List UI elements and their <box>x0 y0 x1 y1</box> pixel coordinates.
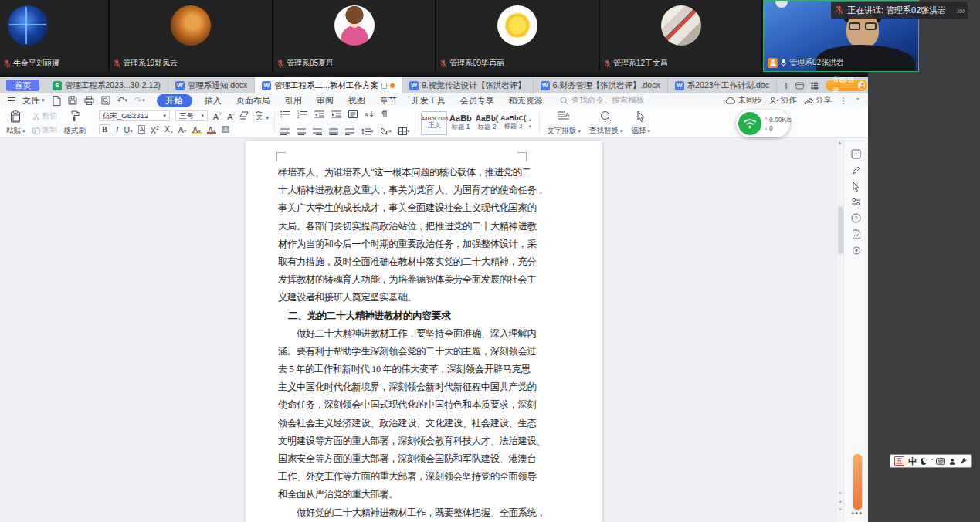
menu-tab-9[interactable]: 会员专享 <box>458 95 497 107</box>
login-button[interactable]: 立即登录 <box>826 80 867 91</box>
new-file-icon[interactable] <box>52 96 61 106</box>
shading-button[interactable]: ▾ <box>380 127 392 135</box>
align-left-icon[interactable] <box>280 128 290 135</box>
ink-pen-icon[interactable] <box>851 165 861 175</box>
bullet-list-icon[interactable] <box>280 110 290 118</box>
restore-button[interactable]: ❐ <box>894 80 906 90</box>
style-heading3[interactable]: AaBbC( 标题 3 <box>500 111 526 135</box>
align-center-icon[interactable] <box>297 128 306 135</box>
style-scroll-up-icon[interactable]: ▲ <box>527 117 532 122</box>
bold-button[interactable]: B <box>99 124 110 134</box>
collaborate-button[interactable]: 协作 <box>770 95 797 106</box>
phonetic-guide-button[interactable]: 文 ▾ <box>254 111 268 121</box>
home-button[interactable]: 首页 <box>6 80 39 91</box>
line-spacing-button[interactable]: ▾ <box>361 128 374 135</box>
menu-tab-6[interactable]: 视图 <box>346 95 368 107</box>
video-tile-3[interactable]: 管理系05夏丹 <box>273 0 435 72</box>
banner-collapse-icon[interactable]: »» <box>957 5 963 16</box>
ime-settings-wrench-icon[interactable] <box>960 457 967 465</box>
highlight-color-button[interactable]: A▾ <box>192 125 202 134</box>
text-layout-button[interactable]: A 文字排版▾ <box>545 109 582 137</box>
select-button[interactable]: 选择▾ <box>629 109 652 137</box>
print-preview-icon[interactable] <box>101 96 110 105</box>
redo-icon[interactable]: ↷▾ <box>134 95 145 106</box>
ime-keyboard-icon[interactable] <box>936 458 945 465</box>
find-replace-button[interactable]: 查找替换▾ <box>588 109 625 137</box>
paragraph-layout-icon[interactable] <box>348 110 358 118</box>
char-border-button[interactable]: A <box>138 125 145 134</box>
distribute-icon[interactable] <box>345 128 354 135</box>
video-tile-4[interactable]: 管理系09毕再丽 <box>436 0 599 72</box>
ime-fullwidth-icon[interactable] <box>921 458 927 465</box>
style-normal[interactable]: AaBbCcDd 正文 <box>421 111 447 135</box>
menu-tab-5[interactable]: 审阅 <box>314 95 336 107</box>
menu-tab-1[interactable]: 开始 <box>157 94 192 107</box>
previous-page-button[interactable]: « <box>839 491 842 496</box>
video-tile-5[interactable]: 管理系12王文昌 <box>600 0 761 72</box>
next-page-button[interactable]: « <box>839 507 842 511</box>
pin-icon[interactable] <box>381 83 387 89</box>
menu-tab-10[interactable]: 稻壳资源 <box>507 95 545 107</box>
increase-indent-icon[interactable] <box>331 110 341 118</box>
show-marks-icon[interactable] <box>381 110 388 118</box>
hamburger-icon[interactable] <box>8 97 15 103</box>
share-button[interactable]: 分享 <box>805 95 832 106</box>
paste-button[interactable]: 粘贴▾ <box>5 109 27 137</box>
menu-tab-7[interactable]: 章节 <box>378 95 399 107</box>
align-right-icon[interactable] <box>313 128 322 135</box>
file-menu[interactable]: 文件 ▾ <box>22 95 45 107</box>
clear-format-button[interactable] <box>239 111 249 121</box>
format-painter-button[interactable]: 格式刷 <box>63 109 88 137</box>
borders-button[interactable]: ▾ <box>398 127 410 135</box>
document-tab-5[interactable]: W6.财务管理【张洪岩评】.docx <box>534 77 668 93</box>
close-button[interactable]: ✕ <box>913 80 925 90</box>
decrease-indent-icon[interactable] <box>314 110 324 118</box>
document-check-icon[interactable] <box>852 229 861 239</box>
font-name-select[interactable]: 仿宋_GB2312▾ <box>99 110 170 121</box>
ime-wubi-icon[interactable]: 五 <box>894 456 904 466</box>
ime-user-icon[interactable] <box>949 458 955 465</box>
document-tab-1[interactable]: S管理工程系2023...30-2.12) <box>46 77 168 93</box>
document-tab-3[interactable]: W管理工程系二...教材工作方案 <box>255 77 402 93</box>
justify-icon[interactable] <box>329 128 338 135</box>
char-shading-button[interactable]: A <box>222 126 229 133</box>
save-icon[interactable] <box>68 96 77 105</box>
numbered-list-icon[interactable]: 12 <box>297 110 307 118</box>
ime-punctuation-icon[interactable]: ’’ <box>931 457 932 465</box>
superscript-button[interactable]: X2 <box>151 125 159 135</box>
menu-tab-2[interactable]: 插入 <box>202 95 224 107</box>
more-menu-icon[interactable]: ⋮ <box>839 96 848 105</box>
ime-language-toggle[interactable]: 中 <box>908 456 917 467</box>
char-scale-button[interactable]: A▾ <box>178 125 187 134</box>
sort-icon[interactable]: A <box>365 110 374 118</box>
document-page[interactable]: 样培养人、为谁培养人”这一根本问题的核心载体，推进党的二十大精神进教材意义重大，… <box>246 141 602 522</box>
minimize-button[interactable]: − <box>874 81 887 90</box>
grow-font-button[interactable]: A+ <box>213 111 222 121</box>
style-heading1[interactable]: AaBb 标题 1 <box>447 111 473 135</box>
network-speed-widget[interactable]: ↑0.00K/s ↓0 <box>736 110 790 137</box>
menu-tab-3[interactable]: 页面布局 <box>234 95 273 107</box>
document-tab-6[interactable]: W系2023年工作计划.doc <box>668 77 777 93</box>
shrink-font-button[interactable]: A- <box>227 111 234 121</box>
video-tile-2[interactable]: 管理系19郑凤云 <box>110 0 272 72</box>
undo-icon[interactable]: ↶▾ <box>117 95 128 106</box>
scroll-up-icon[interactable]: ▲ <box>837 140 843 145</box>
new-tab-button[interactable]: + <box>777 80 795 92</box>
style-heading2[interactable]: AaBb( 标题 2 <box>473 111 500 135</box>
subscript-button[interactable]: X2 <box>164 124 173 135</box>
vertical-scrollbar[interactable]: ▲ « ● « <box>836 138 843 522</box>
location-icon[interactable] <box>852 246 861 256</box>
cursor-select-icon[interactable] <box>852 181 861 192</box>
collapse-ribbon-icon[interactable]: ⌃ <box>855 97 860 104</box>
sync-status[interactable]: 未同步 <box>725 95 762 106</box>
window-switcher-icon[interactable] <box>795 81 804 90</box>
cut-button[interactable]: 剪切 <box>32 111 57 121</box>
document-tab-4[interactable]: W9.视觉传达设计【张洪岩评】 <box>402 77 534 93</box>
floating-pen-widget[interactable] <box>853 454 862 510</box>
video-tile-1[interactable]: 牛金平刘丽娜 <box>0 0 108 72</box>
select-browse-object-button[interactable]: ● <box>839 499 841 503</box>
underline-button[interactable]: U▾ <box>124 125 133 134</box>
document-tab-2[interactable]: W管理系通知.docx <box>168 77 256 93</box>
font-color-button[interactable]: A▾ <box>207 125 217 134</box>
copy-button[interactable]: 复制 <box>32 125 57 135</box>
